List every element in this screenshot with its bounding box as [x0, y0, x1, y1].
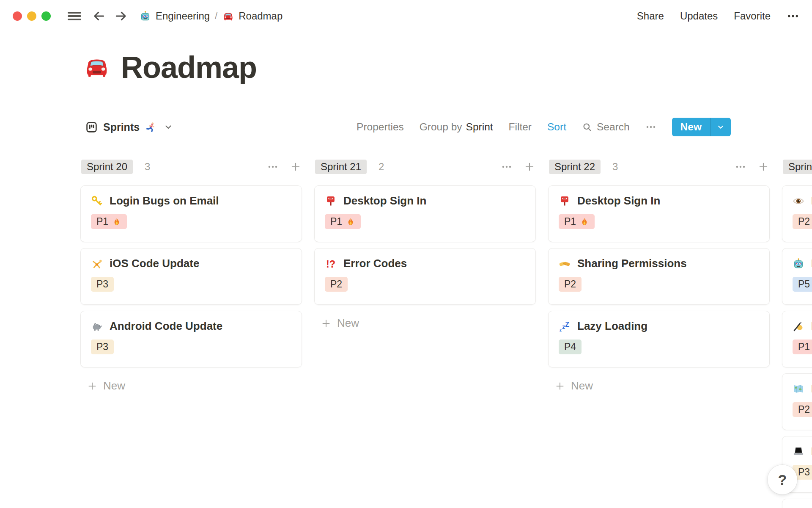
plus-icon	[555, 381, 565, 391]
sort-button[interactable]: Sort	[547, 121, 566, 133]
zzz-icon	[559, 320, 571, 332]
add-card-button[interactable]: New	[80, 379, 302, 392]
window-topbar: Engineering / Roadmap Share Updates Favo…	[0, 0, 812, 32]
traffic-lights	[13, 11, 51, 21]
add-card-label: New	[571, 379, 593, 392]
column-name-badge[interactable]: Sprint 22	[549, 160, 601, 174]
priority-badge: P2	[559, 277, 582, 292]
priority-badge: P2	[793, 402, 812, 417]
card-clipped-4[interactable]: R P2	[782, 373, 812, 430]
add-card-button[interactable]: New	[314, 317, 536, 330]
car-icon	[222, 11, 234, 22]
favorite-button[interactable]: Favorite	[734, 10, 771, 22]
column-name-badge[interactable]: Sprint 21	[315, 160, 367, 174]
card-desktop-sign-in[interactable]: Desktop Sign In P1	[314, 185, 536, 242]
card-title: Android Code Update	[110, 320, 222, 333]
robot-icon	[140, 11, 151, 22]
car-icon[interactable]	[84, 54, 110, 80]
card-clipped-1[interactable]: M P2	[782, 185, 812, 242]
filter-button[interactable]: Filter	[509, 121, 532, 133]
card-title: Lazy Loading	[577, 320, 647, 333]
card-title: iOS Code Update	[110, 257, 199, 270]
breadcrumb-label: Roadmap	[239, 10, 283, 22]
breadcrumb-item-roadmap[interactable]: Roadmap	[222, 10, 283, 22]
column-add-icon[interactable]	[758, 161, 769, 172]
card-title: Desktop Sign In	[577, 194, 660, 207]
priority-badge: P3	[91, 277, 114, 292]
column-name-badge[interactable]: Sprint 20	[81, 160, 133, 174]
new-button[interactable]: New	[672, 118, 710, 136]
postbox-icon	[559, 195, 571, 207]
column-sprint-22: Sprint 22 3 Desktop Sign In P1 Sharing P…	[548, 159, 770, 508]
minimize-window-button[interactable]	[27, 11, 36, 21]
eye-icon	[793, 195, 804, 207]
search-button[interactable]: Search	[582, 121, 630, 133]
column-sprint-23-clipped: Sprin M P2 In P5 R P1 R	[782, 159, 812, 508]
column-header: Sprint 22 3	[548, 159, 770, 174]
column-options-icon[interactable]	[267, 161, 278, 172]
priority-badge: P1	[325, 214, 361, 229]
share-button[interactable]: Share	[637, 10, 664, 22]
card-clipped-2[interactable]: In P5	[782, 248, 812, 305]
help-button[interactable]: ?	[768, 465, 797, 494]
priority-badge: P2	[325, 277, 348, 292]
add-card-button[interactable]: New	[548, 379, 770, 392]
more-options-icon[interactable]	[787, 10, 799, 22]
card-clipped-3[interactable]: R P1	[782, 311, 812, 367]
card-lazy-loading[interactable]: Lazy Loading P4	[548, 311, 770, 367]
forward-arrow-icon[interactable]	[114, 9, 128, 23]
laptop-icon	[793, 446, 804, 458]
column-sprint-20: Sprint 20 3 Login Bugs on Email P1 iOS C…	[80, 159, 302, 508]
updates-button[interactable]: Updates	[680, 10, 718, 22]
card-desktop-sign-in[interactable]: Desktop Sign In P1	[548, 185, 770, 242]
page-title: Roadmap	[121, 50, 257, 85]
back-arrow-icon[interactable]	[92, 9, 106, 23]
group-by-button[interactable]: Group by Sprint	[420, 121, 493, 133]
chevron-down-icon[interactable]	[164, 122, 173, 132]
plus-icon	[321, 318, 331, 329]
breadcrumb-label: Engineering	[156, 10, 210, 22]
sidebar-toggle-icon[interactable]	[68, 11, 81, 21]
column-options-icon[interactable]	[735, 161, 746, 172]
column-add-icon[interactable]	[524, 161, 535, 172]
new-button-group: New	[672, 118, 731, 136]
priority-badge: P1	[793, 340, 812, 354]
add-card-label: New	[103, 379, 125, 392]
card-title: Error Codes	[343, 257, 407, 270]
column-name-badge[interactable]: Sprin	[783, 160, 812, 174]
key-icon	[91, 195, 103, 207]
card-sharing-permissions[interactable]: Sharing Permissions P2	[548, 248, 770, 305]
new-button-dropdown[interactable]	[710, 118, 731, 136]
fire-icon	[580, 217, 589, 226]
priority-badge: P1	[559, 214, 595, 229]
board-view-icon	[85, 121, 98, 133]
search-label: Search	[597, 121, 630, 133]
priority-badge: P4	[559, 340, 582, 354]
column-header: Sprint 20 3	[80, 159, 302, 174]
card-title: Sharing Permissions	[577, 257, 687, 270]
properties-button[interactable]: Properties	[357, 121, 404, 133]
close-window-button[interactable]	[13, 11, 22, 21]
robot-icon	[793, 258, 804, 270]
card-login-bugs-on-email[interactable]: Login Bugs on Email P1	[80, 185, 302, 242]
interrobang-icon	[325, 258, 337, 270]
column-add-icon[interactable]	[290, 161, 301, 172]
card-title: Desktop Sign In	[343, 194, 426, 207]
history-nav	[92, 9, 128, 23]
card-ios-code-update[interactable]: iOS Code Update P3	[80, 248, 302, 305]
card-clipped-6[interactable]	[782, 499, 812, 508]
priority-badge: P1	[91, 214, 127, 229]
plus-icon	[87, 381, 97, 391]
breadcrumb: Engineering / Roadmap	[140, 10, 283, 22]
card-error-codes[interactable]: Error Codes P2	[314, 248, 536, 305]
card-android-code-update[interactable]: Android Code Update P3	[80, 311, 302, 367]
view-tab-sprints[interactable]: Sprints	[85, 121, 173, 133]
zoom-window-button[interactable]	[41, 11, 51, 21]
view-options-icon[interactable]	[645, 121, 656, 133]
breadcrumb-item-engineering[interactable]: Engineering	[140, 10, 210, 22]
column-options-icon[interactable]	[501, 161, 512, 172]
priority-badge: P5	[793, 277, 812, 292]
page-title-row: Roadmap	[84, 50, 257, 85]
rhino-icon	[91, 320, 103, 332]
runner-icon	[145, 121, 156, 133]
